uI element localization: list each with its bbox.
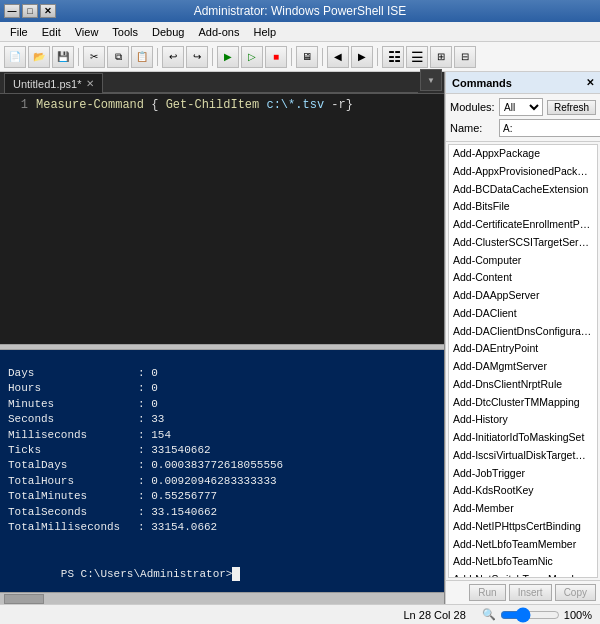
zoom-icon: 🔍 <box>482 608 496 621</box>
redo-button[interactable]: ↪ <box>186 46 208 68</box>
commands-panel: Commands ✕ Modules: All Refresh Name: Ad… <box>445 72 600 604</box>
command-item[interactable]: Add-CertificateEnrollmentPolicyServer <box>449 216 597 234</box>
menu-edit[interactable]: Edit <box>36 24 67 40</box>
copy-command-button[interactable]: Copy <box>555 584 596 601</box>
output-hours: Hours: 0 <box>8 381 436 396</box>
menu-view[interactable]: View <box>69 24 105 40</box>
command-item[interactable]: Add-History <box>449 411 597 429</box>
command-item[interactable]: Add-DnsClientNrptRule <box>449 376 597 394</box>
prev-button[interactable]: ◀ <box>327 46 349 68</box>
editor-line-1: 1 Measure-Command { Get-ChildItem c:\*.t… <box>4 98 440 112</box>
run-command-button[interactable]: Run <box>469 584 505 601</box>
output-seconds: Seconds: 33 <box>8 412 436 427</box>
title-bar: — □ ✕ Administrator: Windows PowerShell … <box>0 0 600 22</box>
new-button[interactable]: 📄 <box>4 46 26 68</box>
paste-button[interactable]: 📋 <box>131 46 153 68</box>
commands-header: Commands ✕ <box>446 72 600 94</box>
commands-list[interactable]: Add-AppxPackageAdd-AppxProvisionedPackag… <box>448 144 598 578</box>
command-item[interactable]: Add-JobTrigger <box>449 465 597 483</box>
zoom-area: 🔍 100% <box>482 608 592 621</box>
tab-untitled1[interactable]: Untitled1.ps1* ✕ <box>4 73 103 93</box>
panel-collapse-button[interactable]: ▼ <box>420 69 442 91</box>
command-item[interactable]: Add-NetLbfoTeamNic <box>449 553 597 571</box>
status-bar: Ln 28 Col 28 🔍 100% <box>0 604 600 624</box>
menu-help[interactable]: Help <box>247 24 282 40</box>
script-editor[interactable]: 1 Measure-Command { Get-ChildItem c:\*.t… <box>0 94 444 344</box>
open-button[interactable]: 📂 <box>28 46 50 68</box>
name-filter-input[interactable] <box>499 119 600 137</box>
command-item[interactable]: Add-Content <box>449 269 597 287</box>
command-item[interactable]: Add-BCDataCacheExtension <box>449 181 597 199</box>
command-item[interactable]: Add-BitsFile <box>449 198 597 216</box>
name-filter-row: Name: <box>450 119 596 137</box>
menu-tools[interactable]: Tools <box>106 24 144 40</box>
toolbar: 📄 📂 💾 ✂ ⧉ 📋 ↩ ↪ ▶ ▷ ■ 🖥 ◀ ▶ ☷ ☰ ⊞ ⊟ <box>0 42 600 72</box>
command-item[interactable]: Add-DtcClusterTMMapping <box>449 394 597 412</box>
menu-file[interactable]: File <box>4 24 34 40</box>
command-item[interactable]: Add-Member <box>449 500 597 518</box>
refresh-button[interactable]: Refresh <box>547 100 596 115</box>
command-item[interactable]: Add-AppxProvisionedPackage <box>449 163 597 181</box>
toolbar-separator-4 <box>291 48 292 66</box>
show-commands-button[interactable]: ⊞ <box>430 46 452 68</box>
toolbar-separator-3 <box>212 48 213 66</box>
zoom-out-button[interactable]: ☰ <box>406 46 428 68</box>
command-item[interactable]: Add-ClusterSCSITargetServerRole <box>449 234 597 252</box>
output-ticks: Ticks: 331540662 <box>8 443 436 458</box>
menu-bar: File Edit View Tools Debug Add-ons Help <box>0 22 600 42</box>
command-item[interactable]: Add-KdsRootKey <box>449 482 597 500</box>
minimize-button[interactable]: — <box>4 4 20 18</box>
cursor-position: Ln 28 Col 28 <box>403 609 465 621</box>
command-item[interactable]: Add-NetIPHttpsCertBinding <box>449 518 597 536</box>
command-item[interactable]: Add-DAClient <box>449 305 597 323</box>
command-item[interactable]: Add-Computer <box>449 252 597 270</box>
output-panel[interactable]: Days: 0 Hours: 0 Minutes: 0 Seconds: 33 … <box>0 350 444 592</box>
commands-close-button[interactable]: ✕ <box>586 77 594 88</box>
toolbar-separator-5 <box>322 48 323 66</box>
command-item[interactable]: Add-NetLbfoTeamMember <box>449 536 597 554</box>
show-addons-button[interactable]: ⊟ <box>454 46 476 68</box>
output-minutes: Minutes: 0 <box>8 397 436 412</box>
command-item[interactable]: Add-IscsiVirtualDiskTargetMapping <box>449 447 597 465</box>
run-button[interactable]: ▶ <box>217 46 239 68</box>
next-button[interactable]: ▶ <box>351 46 373 68</box>
modules-filter-row: Modules: All Refresh <box>450 98 596 116</box>
modules-select[interactable]: All <box>499 98 543 116</box>
output-milliseconds: Milliseconds: 154 <box>8 428 436 443</box>
tab-label: Untitled1.ps1* <box>13 78 82 90</box>
output-totalminutes: TotalMinutes: 0.55256777 <box>8 489 436 504</box>
insert-command-button[interactable]: Insert <box>509 584 552 601</box>
copy-button[interactable]: ⧉ <box>107 46 129 68</box>
command-item[interactable]: Add-NetSwitchTeamMember <box>449 571 597 578</box>
toolbar-separator-2 <box>157 48 158 66</box>
line-number-1: 1 <box>4 98 28 112</box>
command-item[interactable]: Add-DAAppServer <box>449 287 597 305</box>
horizontal-scrollbar[interactable] <box>0 592 444 604</box>
command-item[interactable]: Add-DAClientDnsConfiguration <box>449 323 597 341</box>
command-item[interactable]: Add-AppxPackage <box>449 145 597 163</box>
stop-button[interactable]: ■ <box>265 46 287 68</box>
new-remote-button[interactable]: 🖥 <box>296 46 318 68</box>
toolbar-separator-6 <box>377 48 378 66</box>
maximize-button[interactable]: □ <box>22 4 38 18</box>
tab-close-icon[interactable]: ✕ <box>86 78 94 89</box>
zoom-in-button[interactable]: ☷ <box>382 46 404 68</box>
editor-tab-bar: Untitled1.ps1* ✕ ▼ <box>0 72 444 94</box>
output-totalhours: TotalHours: 0.00920946283333333 <box>8 474 436 489</box>
run-selection-button[interactable]: ▷ <box>241 46 263 68</box>
commands-title: Commands <box>452 77 512 89</box>
menu-debug[interactable]: Debug <box>146 24 190 40</box>
window-title: Administrator: Windows PowerShell ISE <box>64 4 536 18</box>
name-filter-label: Name: <box>450 122 495 134</box>
command-item[interactable]: Add-InitiatorIdToMaskingSet <box>449 429 597 447</box>
ps-prompt: PS C:\Users\Administrator> <box>61 568 233 580</box>
command-item[interactable]: Add-DAEntryPoint <box>449 340 597 358</box>
cut-button[interactable]: ✂ <box>83 46 105 68</box>
undo-button[interactable]: ↩ <box>162 46 184 68</box>
save-button[interactable]: 💾 <box>52 46 74 68</box>
close-button[interactable]: ✕ <box>40 4 56 18</box>
zoom-slider[interactable] <box>500 609 560 621</box>
output-totalmilliseconds: TotalMilliseconds: 33154.0662 <box>8 520 436 535</box>
command-item[interactable]: Add-DAMgmtServer <box>449 358 597 376</box>
menu-addons[interactable]: Add-ons <box>192 24 245 40</box>
